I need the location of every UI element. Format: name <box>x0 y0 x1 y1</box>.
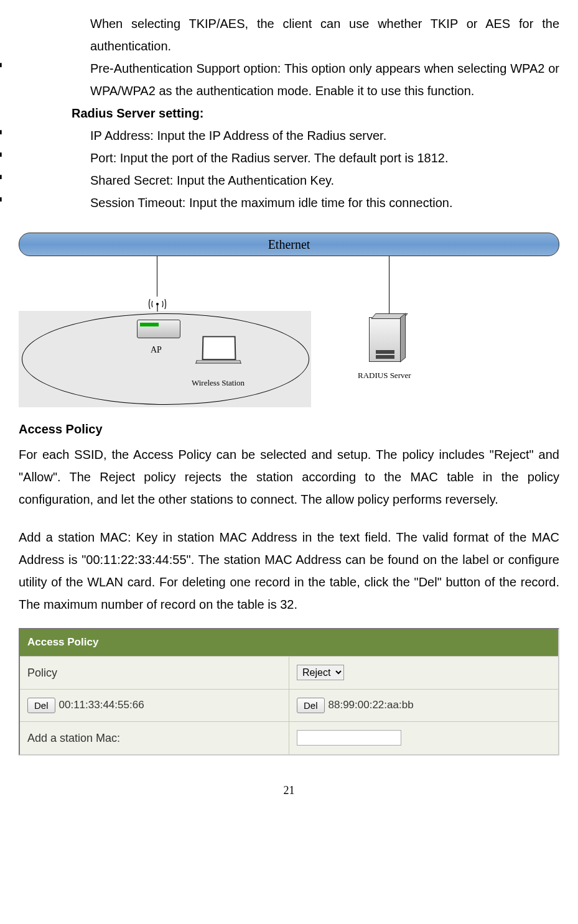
bullet-radius-timeout: Session Timeout: Input the maximum idle … <box>19 192 559 214</box>
ethernet-bar: Ethernet <box>19 233 559 256</box>
add-mac-body: Add a station MAC: Key in station MAC Ad… <box>19 526 559 616</box>
add-mac-input[interactable] <box>297 730 401 746</box>
access-policy-body: For each SSID, the Access Policy can be … <box>19 443 559 511</box>
antenna-icon <box>148 295 167 320</box>
bullet-radius-secret: Shared Secret: Input the Authentication … <box>19 169 559 192</box>
page-number: 21 <box>19 780 559 800</box>
del-button-2[interactable]: Del <box>297 698 325 713</box>
access-policy-panel: Access Policy Policy Reject Del 00:11:33… <box>19 628 559 755</box>
mac-address-2: 88:99:00:22:aa:bb <box>329 696 414 715</box>
radius-heading: Radius Server setting: <box>19 102 559 124</box>
network-diagram: Ethernet AP Wireless Station <box>19 233 559 399</box>
mac-row: Del 00:11:33:44:55:66 Del 88:99:00:22:aa… <box>20 689 558 721</box>
policy-select[interactable]: Reject <box>297 665 344 680</box>
bullet-radius-ip: IP Address: Input the IP Address of the … <box>19 124 559 147</box>
ap-label: AP <box>151 342 162 358</box>
add-mac-row: Add a station Mac: <box>20 721 558 754</box>
wireless-station-label: Wireless Station <box>192 376 245 390</box>
line-server <box>389 256 389 318</box>
bullet-preauth: Pre-Authentication Support option: This … <box>19 57 559 102</box>
server-icon <box>369 317 404 366</box>
laptop-icon <box>196 336 240 370</box>
add-mac-input-cell <box>289 722 558 754</box>
paragraph-tkip: When selecting TKIP/AES, the client can … <box>19 12 559 57</box>
policy-row: Policy Reject <box>20 656 558 689</box>
mac-cell-1: Del 00:11:33:44:55:66 <box>20 690 289 721</box>
add-mac-label-cell: Add a station Mac: <box>20 722 289 754</box>
line-ap <box>157 256 157 297</box>
mac-cell-2: Del 88:99:00:22:aa:bb <box>289 690 558 721</box>
del-button-1[interactable]: Del <box>27 698 55 713</box>
bullet-radius-port: Port: Input the port of the Radius serve… <box>19 147 559 169</box>
panel-header: Access Policy <box>20 629 558 656</box>
ap-device-icon <box>137 320 180 338</box>
policy-select-cell: Reject <box>289 657 558 689</box>
policy-label-cell: Policy <box>20 657 289 689</box>
add-mac-label: Add a station Mac: <box>27 728 120 748</box>
access-policy-title: Access Policy <box>19 418 559 440</box>
policy-label: Policy <box>27 663 57 683</box>
mac-address-1: 00:11:33:44:55:66 <box>59 696 144 715</box>
radius-server-label: RADIUS Server <box>358 368 411 382</box>
